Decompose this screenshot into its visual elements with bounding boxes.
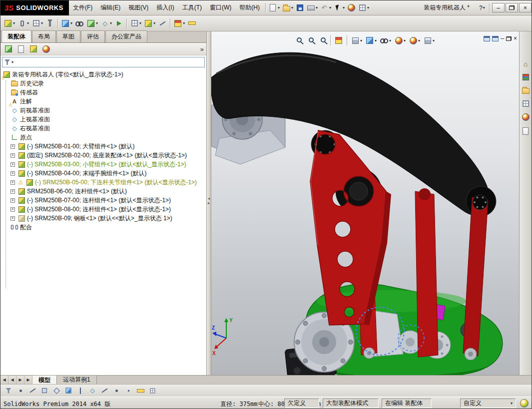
panel-overflow-button[interactable]: »: [200, 45, 204, 53]
menu-edit[interactable]: 编辑(E): [96, 1, 124, 14]
filter-annotations-button[interactable]: [147, 386, 157, 396]
menu-help[interactable]: 帮助(H): [235, 1, 264, 14]
menu-view[interactable]: 视图(V): [124, 1, 152, 14]
solidworks-resources-icon[interactable]: ⌂: [524, 60, 528, 67]
displaymanager-tab[interactable]: [40, 43, 51, 55]
tree-item-history[interactable]: 历史记录: [2, 79, 206, 88]
filter-sketch-points-button[interactable]: [111, 386, 121, 396]
new-document-button[interactable]: ▾: [267, 2, 281, 14]
tree-item-front-plane[interactable]: ◇ 前视基准面: [2, 106, 206, 115]
tree-item-component-05[interactable]: + ⚠ (-) SRM250B-05-00; 下连杆关节组件<1> (默认<显示…: [2, 178, 206, 187]
zoom-to-fit-button[interactable]: [293, 34, 304, 46]
doc-close-button[interactable]: ×: [514, 35, 517, 41]
exploded-view-button[interactable]: ▾: [143, 17, 156, 29]
bill-of-materials-button[interactable]: ▾: [129, 17, 142, 29]
help-button[interactable]: ?▾: [477, 2, 488, 14]
expand-icon[interactable]: +: [10, 189, 15, 194]
edit-appearance-button[interactable]: ▾: [393, 34, 407, 46]
file-explorer-icon[interactable]: [522, 88, 530, 94]
doc-restore-button[interactable]: [506, 36, 512, 41]
view-settings-button[interactable]: ▾: [422, 34, 436, 46]
options-button[interactable]: ▾: [357, 2, 370, 14]
tab-office-products[interactable]: 办公室产品: [105, 30, 147, 42]
undo-button[interactable]: ↶▾: [319, 2, 332, 14]
filter-vertices-button[interactable]: [15, 386, 25, 396]
tree-item-component-07[interactable]: + (-) SRM250B-07-00; 连杆组件<1> (默认<显示状态-1>…: [2, 196, 206, 205]
menu-window[interactable]: 窗口(W): [206, 1, 235, 14]
custom-dropdown[interactable]: 自定义 ▾: [460, 399, 516, 408]
menu-file[interactable]: 文件(F): [69, 1, 96, 14]
expand-icon[interactable]: +: [10, 180, 15, 185]
expand-icon[interactable]: +: [10, 216, 15, 221]
move-component-button[interactable]: ▾: [60, 17, 73, 29]
tree-item-root[interactable]: ⚠ 装箱专用机器人 (零位<默认_显示状态-1>): [2, 70, 206, 79]
save-button[interactable]: [294, 2, 305, 14]
appearances-scenes-icon[interactable]: [522, 113, 530, 121]
interference-detection-button[interactable]: ▾: [172, 17, 186, 29]
previous-view-button[interactable]: [317, 34, 328, 46]
toggle-selection-filter-button[interactable]: [3, 386, 13, 396]
expand-icon[interactable]: +: [10, 207, 15, 212]
linear-component-pattern-button[interactable]: ▾: [30, 17, 44, 29]
apply-scene-button[interactable]: ▾: [408, 34, 421, 46]
menu-insert[interactable]: 插入(I): [152, 1, 178, 14]
view-palette-icon[interactable]: [523, 100, 529, 107]
hide-show-items-button[interactable]: ▾: [379, 34, 392, 46]
section-view-button[interactable]: [333, 34, 344, 46]
restore-button[interactable]: [506, 3, 518, 12]
last-tab-button[interactable]: ▶: [24, 376, 32, 384]
expand-icon[interactable]: +: [10, 153, 15, 158]
close-button[interactable]: ×: [519, 3, 532, 12]
measure-button[interactable]: [186, 17, 197, 29]
tab-evaluate[interactable]: 评估: [81, 30, 105, 42]
select-tool-button[interactable]: ▾: [332, 2, 346, 14]
menu-tools[interactable]: 工具(T): [178, 1, 206, 14]
featuremanager-tree-tab[interactable]: [3, 43, 14, 55]
propertymanager-tab[interactable]: [15, 43, 26, 55]
tree-item-component-08[interactable]: + (-) SRM250B-08-00; 连杆组件<1> (默认<显示状态-1>…: [2, 205, 206, 214]
tree-item-component-02[interactable]: + (固定) SRM250B-02-00; 底座装配体<1> (默认<显示状态-…: [2, 151, 206, 160]
filter-solid-bodies-button[interactable]: [63, 386, 73, 396]
filter-planes-button[interactable]: ◇: [87, 386, 97, 396]
tree-filter-input[interactable]: ▾: [2, 57, 205, 67]
tab-sketch[interactable]: 草图: [56, 30, 80, 42]
show-hidden-components-button[interactable]: [74, 17, 85, 29]
open-document-button[interactable]: ▾: [281, 2, 294, 14]
configurationmanager-tab[interactable]: [28, 43, 39, 55]
rebuild-button[interactable]: [346, 2, 357, 14]
panel-splitter[interactable]: ◂ ▸: [206, 31, 211, 375]
assembly-features-button[interactable]: ▾: [85, 17, 99, 29]
quick-tips-icon[interactable]: [520, 399, 529, 408]
expand-right-icon[interactable]: ▸: [207, 201, 211, 205]
previous-tab-button[interactable]: ◀: [8, 376, 16, 384]
minimize-button[interactable]: –: [492, 3, 505, 12]
tree-item-component-06[interactable]: + SRM250B-06-00; 连杆组件<1> (默认): [2, 187, 206, 196]
doc-minimize-button[interactable]: –: [501, 35, 504, 41]
collapse-left-icon[interactable]: ◂: [207, 196, 211, 201]
new-motion-study-button[interactable]: [113, 17, 124, 29]
expand-icon[interactable]: +: [10, 198, 15, 203]
print-button[interactable]: ▾: [305, 2, 319, 14]
view-orientation-button[interactable]: ▾: [350, 34, 363, 46]
window-tile-icon[interactable]: [484, 36, 490, 41]
display-style-button[interactable]: ▾: [364, 34, 378, 46]
tab-assembly[interactable]: 装配体: [1, 30, 31, 42]
filter-faces-button[interactable]: [39, 386, 49, 396]
tree-item-top-plane[interactable]: ◇ 上视基准面: [2, 115, 206, 124]
tab-layout[interactable]: 布局: [32, 30, 56, 42]
tree-item-component-09[interactable]: + (-) SRM250B-09; 钢板<1> (默认<<默认>_显示状态 1>…: [2, 214, 206, 223]
next-tab-button[interactable]: ▶: [16, 376, 24, 384]
reference-geometry-button[interactable]: ◇▾: [99, 17, 113, 29]
splitter-grip[interactable]: ◂ ▸: [207, 196, 211, 205]
graphics-viewport[interactable]: Y X Z ▾ ▾ ▾ ▾ ▾ ▾: [211, 31, 520, 375]
tree-item-sensors[interactable]: 传感器: [2, 88, 206, 97]
first-tab-button[interactable]: ◀: [0, 376, 8, 384]
insert-component-button[interactable]: ▾: [2, 17, 16, 29]
tree-item-component-01[interactable]: + (-) SRM250B-01-00; 大臂组件<1> (默认): [2, 142, 206, 151]
filter-midpoints-button[interactable]: [123, 386, 133, 396]
tab-motion-study-1[interactable]: 运动算例1: [57, 376, 97, 384]
window-cascade-icon[interactable]: [492, 36, 499, 41]
custom-properties-icon[interactable]: [523, 127, 529, 135]
filter-axes-button[interactable]: [75, 386, 85, 396]
tree-item-component-03[interactable]: + (-) SRM250B-03-00; 小臂组件<1> (默认<默认_显示状态…: [2, 160, 206, 169]
